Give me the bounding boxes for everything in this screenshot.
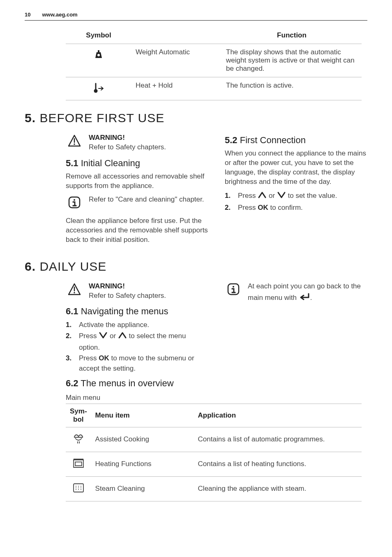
- warning-block: WARNING! Refer to Safety chapters.: [66, 133, 208, 152]
- step-text: Press: [238, 192, 258, 200]
- subsection-title: Navigating the menus: [81, 306, 168, 316]
- table-header-menu-item: Menu item: [91, 404, 194, 427]
- left-column: WARNING! Refer to Safety chapters. 6.1 N…: [25, 279, 208, 404]
- function-desc: The function is active.: [222, 77, 362, 100]
- page-number: 10: [25, 12, 30, 18]
- menu-item-name: Heating Functions: [91, 452, 194, 476]
- step-number: 3.: [66, 353, 74, 374]
- info-block: Refer to "Care and cleaning" chapter.: [66, 195, 208, 211]
- subsection-5-2-heading: 5.2 First Connection: [225, 135, 367, 146]
- step-text: or: [269, 192, 277, 200]
- subsection-title: The menus in overview: [81, 378, 173, 388]
- step-item: 2. Press OK to confirm.: [225, 203, 367, 213]
- menu-item-name: Assisted Cooking: [91, 427, 194, 452]
- step-item: 3. Press OK to move to the submenu or ac…: [66, 353, 208, 374]
- subsection-6-2-heading: 6.2 The menus in overview: [66, 378, 208, 389]
- step-text: to confirm.: [270, 204, 302, 211]
- subsection-title: First Connection: [240, 135, 306, 145]
- heating-functions-icon: [72, 463, 85, 471]
- body-text: Clean the appliance before first use. Pu…: [66, 216, 208, 245]
- table-row: Assisted Cooking Contains a list of auto…: [66, 427, 362, 452]
- info-text: .: [310, 294, 312, 302]
- step-text: or: [110, 332, 118, 340]
- step-item: 1. Activate the appliance.: [66, 320, 208, 330]
- chevron-up-icon: [118, 331, 127, 343]
- table-header-symbol: Symbol: [66, 28, 131, 44]
- ok-label: OK: [99, 354, 109, 362]
- main-menu-label: Main menu: [66, 394, 208, 402]
- steam-cleaning-icon: [72, 488, 85, 496]
- function-name: Heat + Hold: [131, 77, 222, 100]
- info-block: At each point you can go back to the mai…: [225, 282, 367, 304]
- section-number: 5.: [25, 111, 36, 125]
- step-item: 2. Press or to select the menu option.: [66, 331, 208, 353]
- right-column: At each point you can go back to the mai…: [225, 279, 367, 404]
- subsection-number: 5.2: [225, 135, 238, 145]
- subsection-number: 6.2: [66, 378, 78, 388]
- ok-label: OK: [258, 204, 268, 211]
- table-row: Steam Cleaning Cleaning the appliance wi…: [66, 476, 362, 501]
- table-row: Weight Automatic The display shows that …: [66, 44, 362, 77]
- warning-title: WARNING!: [89, 282, 125, 290]
- section-number: 6.: [25, 260, 36, 273]
- step-text: to set the value.: [288, 192, 337, 200]
- back-icon: [299, 291, 310, 304]
- menu-item-desc: Contains a list of heating functions.: [194, 452, 362, 476]
- table-row: Heating Functions Contains a list of hea…: [66, 452, 362, 476]
- function-desc: The display shows that the automatic wei…: [222, 44, 362, 77]
- assisted-cooking-icon: [72, 439, 85, 446]
- right-column: 5.2 First Connection When you connect th…: [225, 131, 367, 249]
- manual-page: 10 www.aeg.com Symbol Function Weight Au…: [0, 0, 392, 518]
- body-text: Remove all accessories and removable she…: [66, 172, 208, 191]
- info-text: Refer to "Care and cleaning" chapter.: [89, 195, 208, 211]
- step-number: 1.: [225, 191, 233, 202]
- warning-icon: [68, 134, 81, 149]
- body-text: When you connect the appliance to the ma…: [225, 149, 367, 187]
- warning-block: WARNING! Refer to Safety chapters.: [66, 282, 208, 301]
- subsection-title: Initial Cleaning: [81, 158, 140, 168]
- chevron-down-icon: [99, 331, 108, 343]
- info-icon: [68, 196, 81, 211]
- table-row: Heat + Hold The function is active.: [66, 77, 362, 100]
- step-text: Press: [79, 332, 99, 340]
- warning-text: Refer to Safety chapters.: [89, 143, 166, 151]
- step-number: 2.: [225, 203, 233, 213]
- table-header-symbol: Sym- bol: [66, 404, 91, 427]
- section-title: BEFORE FIRST USE: [39, 111, 164, 125]
- step-number: 1.: [66, 320, 74, 330]
- menu-item-desc: Contains a list of automatic programmes.: [194, 427, 362, 452]
- menu-item-name: Steam Cleaning: [91, 476, 194, 501]
- section-5-heading: 5. BEFORE FIRST USE: [25, 111, 367, 125]
- subsection-number: 6.1: [66, 306, 78, 316]
- page-header: 10 www.aeg.com: [25, 12, 367, 18]
- step-number: 2.: [66, 331, 74, 353]
- chevron-up-icon: [258, 191, 267, 202]
- warning-icon: [68, 283, 81, 297]
- subsection-number: 5.1: [66, 158, 78, 168]
- steps-list: 1. Press or to set the value. 2. Press O…: [225, 191, 367, 213]
- subsection-5-1-heading: 5.1 Initial Cleaning: [66, 158, 208, 169]
- info-icon: [227, 283, 240, 297]
- table-header-function: Function: [222, 28, 362, 44]
- symbol-function-table: Symbol Function Weight Automatic The dis…: [66, 28, 362, 100]
- section-6-heading: 6. DAILY USE: [25, 260, 367, 274]
- weight-icon: [93, 53, 104, 61]
- subsection-6-1-heading: 6.1 Navigating the menus: [66, 306, 208, 317]
- main-menu-table: Sym- bol Menu item Application Assisted …: [66, 404, 362, 501]
- header-rule: [25, 20, 367, 21]
- warning-text: Refer to Safety chapters.: [89, 292, 166, 299]
- step-text: Press: [238, 204, 258, 211]
- step-text: Activate the appliance.: [79, 320, 208, 330]
- steps-list: 1. Activate the appliance. 2. Press or t…: [66, 320, 208, 374]
- heat-hold-icon: [93, 88, 104, 95]
- step-text: Press: [79, 354, 99, 362]
- table-header-application: Application: [194, 404, 362, 427]
- step-item: 1. Press or to set the value.: [225, 191, 367, 202]
- section-title: DAILY USE: [39, 260, 106, 273]
- header-url: www.aeg.com: [42, 12, 77, 18]
- warning-title: WARNING!: [89, 134, 125, 142]
- menu-item-desc: Cleaning the appliance with steam.: [194, 476, 362, 501]
- chevron-down-icon: [277, 191, 286, 202]
- function-name: Weight Automatic: [131, 44, 222, 77]
- left-column: WARNING! Refer to Safety chapters. 5.1 I…: [25, 131, 208, 249]
